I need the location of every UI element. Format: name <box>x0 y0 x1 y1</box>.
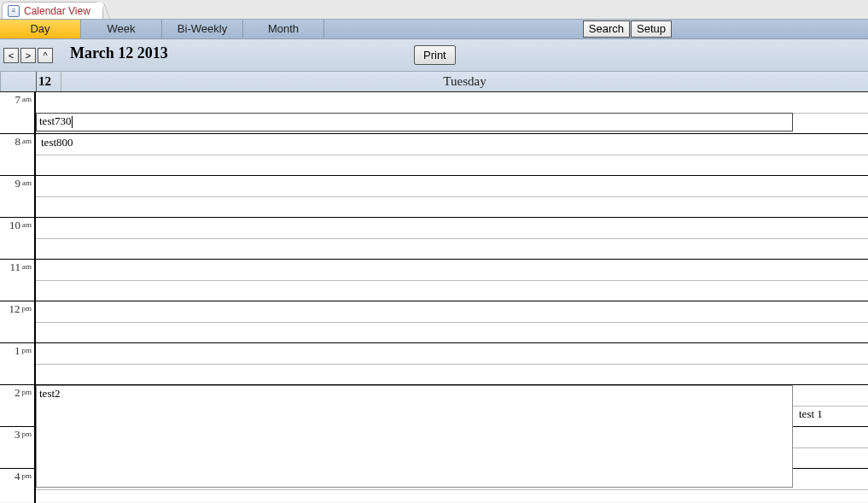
tab-day[interactable]: Day <box>0 20 81 38</box>
time-slot-11am[interactable]: 11am <box>0 260 868 301</box>
time-label: 7am <box>0 92 36 133</box>
time-label: 3pm <box>0 427 36 468</box>
view-tabs: Day Week Bi-Weekly Month Search Setup <box>0 19 868 39</box>
tab-biweekly[interactable]: Bi-Weekly <box>162 20 243 38</box>
prev-button[interactable]: < <box>3 48 19 63</box>
event-test1[interactable]: test 1 <box>796 406 825 423</box>
time-label: 2pm <box>0 385 36 426</box>
search-button[interactable]: Search <box>583 20 630 38</box>
time-label: 9am <box>0 176 36 217</box>
day-name: Tuesday <box>61 72 868 91</box>
day-number: 12 <box>36 72 61 91</box>
form-tab-calendar-view[interactable]: ≡ Calendar View <box>2 2 103 19</box>
time-slot-9am[interactable]: 9am <box>0 176 868 218</box>
date-title: March 12 2013 <box>70 44 168 62</box>
time-label: 4pm <box>0 469 36 503</box>
date-header: < > ^ March 12 2013 Print <box>0 39 868 72</box>
form-tab-bar: ≡ Calendar View <box>0 0 868 19</box>
time-label: 8am <box>0 134 36 175</box>
time-slot-10am[interactable]: 10am <box>0 218 868 260</box>
time-slot-1pm[interactable]: 1pm <box>0 343 868 385</box>
event-test2[interactable]: test2 <box>36 385 793 488</box>
tab-week[interactable]: Week <box>81 20 162 38</box>
calendar-body[interactable]: 7am 8am 9am 10am 11am 12pm 1pm 2pm 3pm 4… <box>0 92 868 502</box>
up-button[interactable]: ^ <box>38 48 53 63</box>
event-test730[interactable]: test730 <box>36 113 793 132</box>
setup-button[interactable]: Setup <box>631 20 672 38</box>
time-label: 10am <box>0 218 36 259</box>
tab-month[interactable]: Month <box>243 20 324 38</box>
event-test800[interactable]: test800 <box>38 134 76 151</box>
time-slot-12pm[interactable]: 12pm <box>0 301 868 343</box>
gutter-spacer <box>0 72 36 91</box>
time-slot-8am[interactable]: 8am <box>0 134 868 176</box>
text-cursor-icon <box>72 116 73 128</box>
day-header: 12 Tuesday <box>0 72 868 92</box>
time-label: 11am <box>0 260 36 301</box>
next-button[interactable]: > <box>20 48 36 63</box>
form-tab-label: Calendar View <box>24 5 90 17</box>
print-button[interactable]: Print <box>414 45 456 65</box>
time-label: 12pm <box>0 301 36 342</box>
form-icon: ≡ <box>8 5 20 17</box>
time-label: 1pm <box>0 343 36 384</box>
